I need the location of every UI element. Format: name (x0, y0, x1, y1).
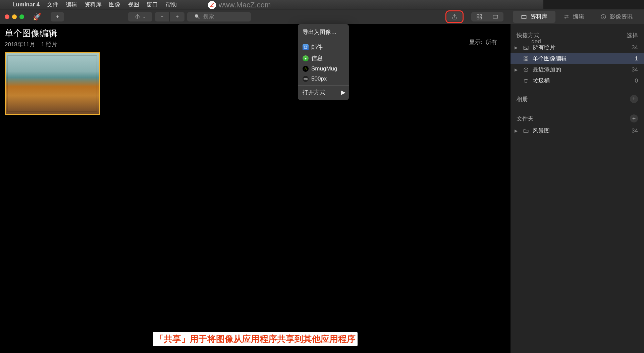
menuitem-label: SmugMug (311, 65, 337, 72)
sidebar-item-single-edit[interactable]: ▶ 单个图像编辑 1 (511, 53, 644, 64)
add-folder-button[interactable]: + (630, 114, 638, 122)
sidebar-item-trash[interactable]: ▶ 垃圾桶 0 (511, 75, 644, 86)
disclosure-triangle-icon[interactable]: ▶ (515, 67, 519, 72)
share-dropdown-menu: 导出为图像… @ 邮件 ● 信息 ö SmugMug 500 500px 打开方… (298, 24, 349, 100)
item-count: 1 (635, 55, 638, 62)
svg-point-6 (567, 15, 568, 16)
svg-rect-0 (477, 14, 479, 16)
share-icon (451, 14, 458, 20)
right-sidebar: 快捷方式 选择 ▶ 所有照片 34 ▶ 单个图像编辑 1 ▶ 最近添加的 34 (511, 24, 644, 353)
chevron-right-icon: ▶ (341, 89, 345, 96)
sidebar-item-label: 单个图像编辑 (533, 55, 567, 62)
app-toolbar: 🚀 ＋ 小 ⌄ － ＋ 搜索 资料库 编辑 影像资讯 (0, 9, 644, 24)
albums-header: 相册 (517, 95, 528, 103)
search-input[interactable]: 搜索 (187, 12, 251, 21)
svg-point-7 (565, 17, 566, 18)
svg-rect-4 (493, 15, 498, 18)
svg-rect-10 (524, 57, 526, 58)
page-title: 单个图像编辑 (5, 28, 506, 39)
sidebar-item-all-photos[interactable]: ▶ 所有照片 34 (511, 42, 644, 53)
svg-rect-1 (480, 14, 482, 16)
menu-library[interactable]: 资料库 (85, 1, 102, 8)
minimize-window-button[interactable] (12, 14, 17, 19)
menu-view[interactable]: 视图 (128, 1, 139, 8)
chevron-down-icon: ⌄ (143, 14, 146, 19)
tab-edit[interactable]: 编辑 (555, 11, 592, 23)
share-messages-menuitem[interactable]: ● 信息 (298, 53, 349, 64)
svg-rect-13 (527, 59, 528, 61)
item-count: 34 (632, 66, 638, 73)
folders-header: 文件夹 (517, 115, 534, 122)
mail-icon: @ (303, 44, 309, 50)
tutorial-caption: 「共享」用于将图像从应用程序共享到其他应用程序 (153, 332, 358, 346)
select-button[interactable]: 选择 (627, 32, 638, 39)
display-filter[interactable]: 显示: 所有 ded (469, 38, 500, 46)
add-button[interactable]: ＋ (51, 12, 64, 21)
sidebar-item-recent[interactable]: ▶ 最近添加的 34 (511, 64, 644, 75)
svg-rect-2 (477, 17, 479, 19)
fullscreen-window-button[interactable] (19, 14, 24, 19)
grid-view-button[interactable] (471, 12, 487, 21)
watermark-badge-icon: Z (208, 1, 216, 9)
watermark: Z www.MacZ.com (208, 1, 271, 9)
app-name[interactable]: Luminar 4 (12, 1, 40, 8)
messages-icon: ● (303, 55, 309, 61)
export-image-menuitem[interactable]: 导出为图像… (298, 26, 349, 39)
library-icon (521, 14, 527, 20)
menu-file[interactable]: 文件 (47, 1, 58, 8)
zoom-in-button[interactable]: ＋ (170, 12, 184, 21)
tab-library[interactable]: 资料库 (513, 11, 555, 23)
photos-icon (523, 45, 529, 51)
menuitem-label: 打开方式 (303, 89, 325, 96)
sliders-icon (564, 14, 570, 20)
grid-small-icon (523, 56, 529, 62)
tab-info-label: 影像资讯 (610, 13, 633, 20)
menuitem-label: 500px (311, 75, 327, 82)
thumbnail-size-dropdown[interactable]: 小 ⌄ (128, 12, 152, 21)
display-trail: ded (531, 38, 541, 45)
rocket-icon[interactable]: 🚀 (33, 13, 41, 21)
plus-circle-icon (523, 67, 529, 73)
share-500px-menuitem[interactable]: 500 500px (298, 74, 349, 84)
display-value: 所有 (486, 38, 497, 46)
sidebar-item-landscape-folder[interactable]: ▶ 风景图 34 (511, 125, 644, 136)
share-button[interactable] (447, 12, 462, 21)
window-controls (5, 14, 24, 19)
search-placeholder: 搜索 (203, 13, 214, 20)
menu-image[interactable]: 图像 (109, 1, 120, 8)
item-count: 0 (635, 78, 638, 84)
svg-rect-3 (480, 17, 482, 19)
watermark-text: www.MacZ.com (219, 1, 271, 9)
disclosure-triangle-icon[interactable]: ▶ (515, 45, 519, 50)
photo-thumbnail[interactable] (5, 52, 100, 115)
500px-icon: 500 (303, 76, 309, 82)
content-count: 1 照片 (41, 41, 57, 48)
trash-icon (523, 78, 529, 84)
share-smugmug-menuitem[interactable]: ö SmugMug (298, 64, 349, 74)
open-with-menuitem[interactable]: 打开方式 ▶ (298, 87, 349, 98)
sidebar-item-label: 垃圾桶 (533, 77, 550, 85)
size-label: 小 (135, 13, 140, 20)
display-label: 显示: (469, 38, 482, 46)
menuitem-label: 信息 (311, 54, 323, 62)
menu-help[interactable]: 帮助 (165, 1, 177, 8)
close-window-button[interactable] (5, 14, 9, 19)
disclosure-triangle-icon[interactable]: ▶ (515, 129, 519, 133)
smugmug-icon: ö (303, 66, 309, 72)
svg-rect-11 (527, 57, 528, 58)
menuitem-label: 导出为图像… (303, 28, 337, 36)
single-icon (492, 14, 498, 20)
menu-window[interactable]: 窗口 (147, 1, 158, 8)
info-icon (600, 14, 606, 20)
tab-info[interactable]: 影像资讯 (592, 11, 641, 23)
sidebar-item-label: 最近添加的 (533, 66, 561, 73)
single-view-button[interactable] (487, 12, 503, 21)
folder-icon (523, 128, 529, 134)
add-album-button[interactable]: + (630, 95, 638, 103)
menuitem-label: 邮件 (311, 43, 323, 51)
svg-rect-12 (524, 59, 526, 61)
menu-edit[interactable]: 编辑 (66, 1, 77, 8)
zoom-out-button[interactable]: － (155, 12, 170, 21)
share-mail-menuitem[interactable]: @ 邮件 (298, 42, 349, 53)
tab-library-label: 资料库 (530, 13, 547, 20)
